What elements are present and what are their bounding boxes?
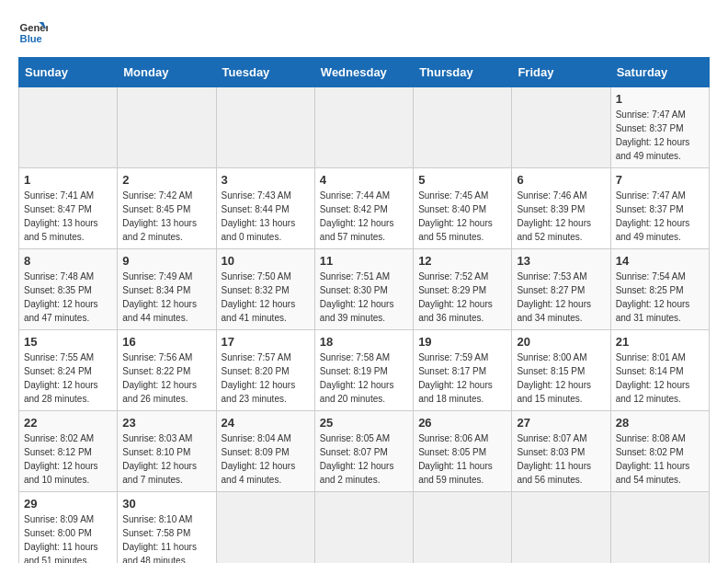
calendar-week-row: 8Sunrise: 7:48 AMSunset: 8:35 PMDaylight… [19, 249, 710, 330]
day-number: 22 [24, 416, 112, 430]
calendar-cell [610, 492, 709, 564]
calendar-cell [414, 492, 512, 564]
day-number: 26 [418, 416, 506, 430]
calendar-week-row: 1Sunrise: 7:47 AMSunset: 8:37 PMDaylight… [19, 87, 710, 168]
calendar-cell: 27Sunrise: 8:07 AMSunset: 8:03 PMDayligh… [512, 411, 610, 492]
day-info: Sunrise: 7:54 AMSunset: 8:25 PMDaylight:… [616, 270, 704, 325]
day-number: 23 [122, 416, 210, 430]
day-number: 6 [517, 173, 605, 187]
calendar-cell: 23Sunrise: 8:03 AMSunset: 8:10 PMDayligh… [118, 411, 216, 492]
day-number: 27 [517, 416, 605, 430]
day-info: Sunrise: 8:09 AMSunset: 8:00 PMDaylight:… [24, 512, 112, 563]
day-number: 12 [418, 254, 506, 268]
day-number: 8 [24, 254, 112, 268]
calendar-cell: 11Sunrise: 7:51 AMSunset: 8:30 PMDayligh… [314, 249, 413, 330]
calendar-cell [414, 87, 512, 168]
calendar-cell: 15Sunrise: 7:55 AMSunset: 8:24 PMDayligh… [19, 330, 118, 411]
calendar-cell: 12Sunrise: 7:52 AMSunset: 8:29 PMDayligh… [414, 249, 512, 330]
day-info: Sunrise: 7:41 AMSunset: 8:47 PMDaylight:… [24, 189, 112, 244]
day-number: 14 [616, 254, 704, 268]
day-info: Sunrise: 8:02 AMSunset: 8:12 PMDaylight:… [24, 431, 112, 487]
day-number: 16 [122, 335, 210, 349]
column-header-wednesday: Wednesday [314, 58, 413, 87]
day-info: Sunrise: 7:47 AMSunset: 8:37 PMDaylight:… [616, 189, 704, 244]
day-number: 2 [122, 173, 210, 187]
column-header-thursday: Thursday [414, 58, 512, 87]
calendar-cell [216, 87, 314, 168]
day-info: Sunrise: 7:43 AMSunset: 8:44 PMDaylight:… [222, 189, 310, 244]
calendar-week-row: 15Sunrise: 7:55 AMSunset: 8:24 PMDayligh… [19, 330, 710, 411]
day-number: 30 [122, 497, 210, 511]
day-number: 24 [222, 416, 310, 430]
calendar-cell: 22Sunrise: 8:02 AMSunset: 8:12 PMDayligh… [19, 411, 118, 492]
day-info: Sunrise: 8:10 AMSunset: 7:58 PMDaylight:… [122, 512, 210, 563]
svg-text:Blue: Blue [20, 33, 42, 44]
calendar-cell: 16Sunrise: 7:56 AMSunset: 8:22 PMDayligh… [118, 330, 216, 411]
day-info: Sunrise: 7:59 AMSunset: 8:17 PMDaylight:… [418, 350, 506, 406]
day-info: Sunrise: 7:52 AMSunset: 8:29 PMDaylight:… [418, 270, 506, 325]
calendar-cell: 1Sunrise: 7:47 AMSunset: 8:37 PMDaylight… [610, 87, 709, 168]
calendar-cell: 6Sunrise: 7:46 AMSunset: 8:39 PMDaylight… [512, 168, 610, 249]
calendar-cell: 25Sunrise: 8:05 AMSunset: 8:07 PMDayligh… [314, 411, 413, 492]
day-info: Sunrise: 7:48 AMSunset: 8:35 PMDaylight:… [24, 270, 112, 325]
day-number: 18 [320, 335, 408, 349]
calendar-cell: 29Sunrise: 8:09 AMSunset: 8:00 PMDayligh… [19, 492, 118, 564]
calendar-cell: 7Sunrise: 7:47 AMSunset: 8:37 PMDaylight… [610, 168, 709, 249]
day-number: 1 [24, 173, 112, 187]
calendar-cell [314, 87, 413, 168]
day-number: 3 [222, 173, 310, 187]
day-info: Sunrise: 7:51 AMSunset: 8:30 PMDaylight:… [320, 270, 408, 325]
day-info: Sunrise: 8:00 AMSunset: 8:15 PMDaylight:… [517, 350, 605, 406]
day-number: 1 [616, 92, 704, 106]
calendar-cell: 4Sunrise: 7:44 AMSunset: 8:42 PMDaylight… [314, 168, 413, 249]
calendar-cell: 8Sunrise: 7:48 AMSunset: 8:35 PMDaylight… [19, 249, 118, 330]
calendar-cell: 2Sunrise: 7:42 AMSunset: 8:45 PMDaylight… [118, 168, 216, 249]
day-info: Sunrise: 8:06 AMSunset: 8:05 PMDaylight:… [418, 431, 506, 487]
day-number: 29 [24, 497, 112, 511]
page-header: General Blue [18, 18, 710, 48]
calendar-cell: 13Sunrise: 7:53 AMSunset: 8:27 PMDayligh… [512, 249, 610, 330]
day-info: Sunrise: 7:46 AMSunset: 8:39 PMDaylight:… [517, 189, 605, 244]
logo: General Blue [18, 18, 51, 48]
day-number: 11 [320, 254, 408, 268]
calendar-cell: 5Sunrise: 7:45 AMSunset: 8:40 PMDaylight… [414, 168, 512, 249]
day-info: Sunrise: 7:55 AMSunset: 8:24 PMDaylight:… [24, 350, 112, 406]
calendar-cell [19, 87, 118, 168]
day-number: 4 [320, 173, 408, 187]
calendar-cell: 19Sunrise: 7:59 AMSunset: 8:17 PMDayligh… [414, 330, 512, 411]
day-info: Sunrise: 7:49 AMSunset: 8:34 PMDaylight:… [122, 270, 210, 325]
calendar-cell: 14Sunrise: 7:54 AMSunset: 8:25 PMDayligh… [610, 249, 709, 330]
day-number: 20 [517, 335, 605, 349]
day-info: Sunrise: 7:57 AMSunset: 8:20 PMDaylight:… [222, 350, 310, 406]
day-number: 17 [222, 335, 310, 349]
day-info: Sunrise: 8:08 AMSunset: 8:02 PMDaylight:… [616, 431, 704, 487]
day-info: Sunrise: 8:01 AMSunset: 8:14 PMDaylight:… [616, 350, 704, 406]
calendar-cell: 17Sunrise: 7:57 AMSunset: 8:20 PMDayligh… [216, 330, 314, 411]
calendar-cell [314, 492, 413, 564]
calendar-cell: 21Sunrise: 8:01 AMSunset: 8:14 PMDayligh… [610, 330, 709, 411]
day-info: Sunrise: 7:53 AMSunset: 8:27 PMDaylight:… [517, 270, 605, 325]
day-info: Sunrise: 8:03 AMSunset: 8:10 PMDaylight:… [122, 431, 210, 487]
day-info: Sunrise: 8:05 AMSunset: 8:07 PMDaylight:… [320, 431, 408, 487]
calendar-cell: 1Sunrise: 7:41 AMSunset: 8:47 PMDaylight… [19, 168, 118, 249]
calendar-cell [216, 492, 314, 564]
calendar-cell: 9Sunrise: 7:49 AMSunset: 8:34 PMDaylight… [118, 249, 216, 330]
column-header-tuesday: Tuesday [216, 58, 314, 87]
day-number: 9 [122, 254, 210, 268]
day-info: Sunrise: 7:44 AMSunset: 8:42 PMDaylight:… [320, 189, 408, 244]
column-header-sunday: Sunday [19, 58, 118, 87]
logo-icon: General Blue [18, 18, 48, 48]
calendar-cell: 18Sunrise: 7:58 AMSunset: 8:19 PMDayligh… [314, 330, 413, 411]
calendar-table: SundayMondayTuesdayWednesdayThursdayFrid… [18, 57, 710, 563]
day-info: Sunrise: 8:04 AMSunset: 8:09 PMDaylight:… [222, 431, 310, 487]
day-number: 10 [222, 254, 310, 268]
calendar-week-row: 22Sunrise: 8:02 AMSunset: 8:12 PMDayligh… [19, 411, 710, 492]
day-info: Sunrise: 7:45 AMSunset: 8:40 PMDaylight:… [418, 189, 506, 244]
day-info: Sunrise: 7:47 AMSunset: 8:37 PMDaylight:… [616, 108, 704, 163]
day-number: 5 [418, 173, 506, 187]
calendar-header-row: SundayMondayTuesdayWednesdayThursdayFrid… [19, 58, 710, 87]
day-number: 19 [418, 335, 506, 349]
day-info: Sunrise: 7:58 AMSunset: 8:19 PMDaylight:… [320, 350, 408, 406]
calendar-cell: 3Sunrise: 7:43 AMSunset: 8:44 PMDaylight… [216, 168, 314, 249]
day-info: Sunrise: 7:50 AMSunset: 8:32 PMDaylight:… [222, 270, 310, 325]
